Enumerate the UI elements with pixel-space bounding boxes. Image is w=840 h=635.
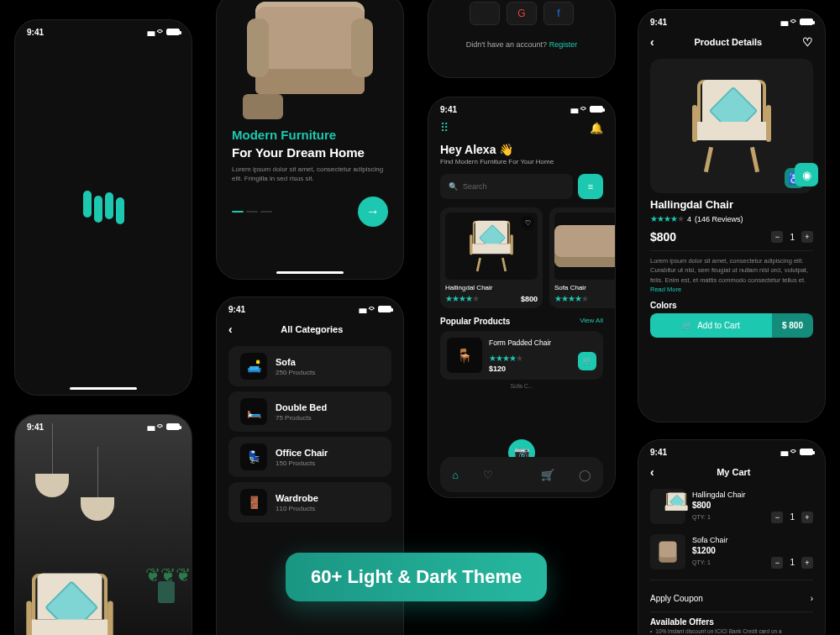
favorite-button[interactable]: ♡ — [802, 35, 813, 49]
cart-icon: 🛒 — [682, 321, 692, 330]
app-logo — [83, 194, 124, 221]
home-indicator — [70, 387, 137, 390]
screen-title: Product Details — [694, 37, 762, 47]
google-login-button[interactable]: G — [507, 2, 537, 25]
bottom-navigation: ⌂ ♡ 🛒 ◯ — [440, 457, 603, 492]
onboard-description: Lorem ipsum dolor sit amet, consectetur … — [232, 165, 388, 183]
screen-title: My Cart — [717, 467, 750, 477]
product-name: Hallingdal Chair — [650, 198, 813, 211]
lifestyle-image-screen: 9:41 — [15, 415, 192, 635]
greeting-subtitle: Find Modern Furniture For Your Home — [428, 158, 615, 165]
home-indicator — [276, 271, 344, 274]
screen-title: All Categories — [281, 324, 343, 334]
read-more-link[interactable]: Read More — [650, 286, 681, 293]
view-all-link[interactable]: View All — [580, 317, 603, 326]
cart-item-hallingdal: Hallingdal Chair $800 QTY: 1 −1+ — [638, 484, 825, 529]
register-link[interactable]: Register — [549, 40, 578, 49]
cart-item-image — [650, 489, 685, 524]
product-card-hallingdal[interactable]: ♡ Hallingdal Chair ★★★★★ $800 — [440, 207, 543, 308]
search-icon: 🔍 — [449, 182, 458, 191]
lifestyle-chair-image — [19, 574, 121, 636]
greeting-text: Hey Alexa 👋 — [428, 138, 615, 158]
qty-plus[interactable]: + — [801, 231, 813, 243]
cart-item-sofa: Sofa Chair $1200 QTY: 1 −1+ — [638, 529, 825, 575]
quick-add-cart-button[interactable]: 🛒 — [578, 352, 596, 370]
chevron-right-icon: › — [811, 594, 813, 603]
category-item-sofa[interactable]: 🛋️ Sofa250 Products — [228, 346, 391, 386]
cart-button-price: $ 800 — [772, 313, 813, 338]
office-chair-icon: 💺 — [240, 443, 267, 470]
cart-screen: 9:41 ‹ My Cart Hallingdal Chair $800 QTY… — [638, 440, 825, 635]
available-offers-header: Available Offers — [638, 612, 825, 628]
next-button[interactable]: → — [358, 197, 388, 227]
popular-product-card[interactable]: 🪑 Form Padded Chair ★★★★★$120 🛒 — [440, 331, 603, 380]
filter-button[interactable]: ≡ — [578, 174, 603, 199]
plant-decoration — [150, 536, 183, 603]
add-to-cart-button[interactable]: 🛒Add to Cart — [650, 313, 772, 338]
product-details-screen: 9:41 ‹ Product Details ♡ ♿ ◉ Hallingdal … — [638, 10, 825, 422]
quantity-stepper[interactable]: − 1 + — [771, 231, 813, 243]
pendant-lamp-icon — [81, 497, 114, 521]
facebook-login-button[interactable]: f — [543, 2, 574, 25]
popular-product-image: 🪑 — [447, 338, 482, 373]
bed-icon: 🛏️ — [240, 398, 267, 425]
card-favorite-icon[interactable]: ♡ — [521, 216, 534, 229]
cart-item-image — [650, 534, 685, 569]
product-image: ♿ ◉ — [650, 59, 813, 193]
cart-qty-stepper[interactable]: −1+ — [771, 512, 813, 523]
hero-armchair-image — [243, 0, 377, 119]
notification-bell-icon[interactable]: 🔔 — [590, 122, 603, 134]
nav-favorites-icon[interactable]: ♡ — [483, 469, 493, 481]
login-social-snippet: G f Didn't have an account? Register — [428, 0, 615, 77]
status-time: 9:41 — [27, 28, 44, 37]
apply-coupon-row[interactable]: Apply Coupon › — [638, 585, 825, 611]
colors-label: Colors — [650, 301, 813, 310]
product-price: $800 — [650, 230, 676, 244]
home-screen: 9:41 ⠿ 🔔 Hey Alexa 👋 Find Modern Furnitu… — [428, 97, 615, 497]
nav-home-icon[interactable]: ⌂ — [452, 469, 459, 481]
onboarding-screen: Modern Furniture For Your Dream Home Lor… — [217, 0, 403, 279]
menu-grid-icon[interactable]: ⠿ — [440, 121, 449, 134]
apple-login-button[interactable] — [470, 2, 500, 25]
pendant-lamp-icon — [35, 474, 69, 497]
back-button[interactable]: ‹ — [650, 35, 654, 49]
onboard-title-accent: Modern Furniture — [232, 128, 388, 142]
category-item-wardrobe[interactable]: 🚪 Wardrobe110 Products — [228, 482, 391, 522]
page-indicator-dots — [232, 211, 272, 213]
wardrobe-icon: 🚪 — [240, 489, 267, 516]
product-rating: ★★★★★ 4 (146 Reviews) — [650, 214, 813, 223]
ar-view-button[interactable]: ◉ — [795, 163, 818, 186]
promo-badge: 60+ Light & Dark Theme — [286, 553, 547, 601]
splash-screen: 9:41 — [15, 20, 192, 395]
search-input[interactable]: 🔍Search — [440, 174, 573, 199]
product-description: Lorem ipsum dolor sit amet, consectetur … — [650, 256, 813, 294]
nav-profile-icon[interactable]: ◯ — [579, 469, 591, 481]
cart-qty-stepper[interactable]: −1+ — [771, 557, 813, 569]
category-item-office-chair[interactable]: 💺 Office Chair150 Products — [228, 437, 391, 477]
back-button[interactable]: ‹ — [650, 465, 654, 479]
back-button[interactable]: ‹ — [228, 323, 233, 336]
status-icons — [147, 27, 180, 37]
category-item-bed[interactable]: 🛏️ Double Bed75 Products — [228, 391, 391, 432]
popular-header: Popular Products — [440, 317, 510, 326]
product-card-sofa[interactable]: Sofa Chair ★★★★★ — [549, 207, 615, 308]
qty-minus[interactable]: − — [771, 231, 783, 243]
onboard-title-main: For Your Dream Home — [232, 145, 388, 160]
nav-cart-icon[interactable]: 🛒 — [541, 469, 554, 481]
sofa-icon: 🛋️ — [240, 353, 267, 380]
offer-item: •10% instant discount on ICICI Bank Cred… — [638, 628, 825, 634]
register-prompt: Didn't have an account? Register — [444, 40, 600, 49]
